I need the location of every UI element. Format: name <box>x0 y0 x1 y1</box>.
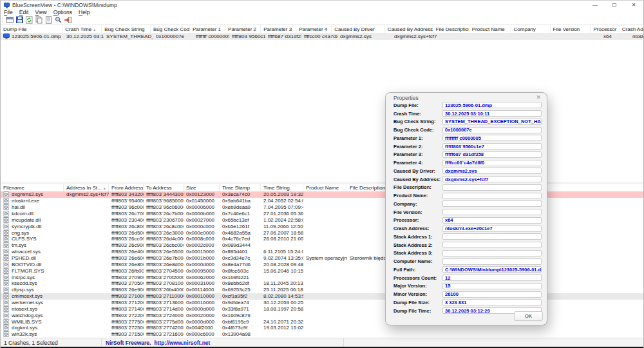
driver-row-fltmgr-sys[interactable]: FLTMGR.SYSfffff803`26fb0000fffff803`2704… <box>1 267 644 274</box>
column-label: To Address <box>146 185 172 191</box>
dump-header-parameter-2[interactable]: Parameter 2 <box>225 25 261 33</box>
exit-icon[interactable] <box>63 16 73 24</box>
driver-row-hal-dll[interactable]: hal.dllfffff803`96c00000fffff803`96c0600… <box>1 204 644 211</box>
field-processors-count-value[interactable]: 12 <box>442 275 542 281</box>
dump-header-parameter-4[interactable]: Parameter 4 <box>296 25 332 33</box>
driver-row-tm-sys[interactable]: tm.sysfffff803`26c90000fffff803`26cbc000… <box>1 242 644 249</box>
sys-file-icon <box>3 313 10 318</box>
field-bug-check-string-value[interactable]: SYSTEM_THREAD_EXCEPTION_NOT_HANDLED <box>442 119 542 125</box>
field-bug-check-code-value[interactable]: 0x1000007e <box>442 127 542 133</box>
dump-header-file-version[interactable]: File Version <box>551 25 591 33</box>
menu-file[interactable]: File <box>1 9 16 15</box>
field-company-value[interactable] <box>442 200 542 207</box>
driver-header-from-address[interactable]: From Address <box>109 184 144 191</box>
driver-row-kdcom-dll[interactable]: kdcom.dllfffff803`26c70000fffff803`26c7b… <box>1 211 644 217</box>
dump-header-crash-time[interactable]: Crash Time▴ <box>62 25 102 33</box>
field-processor-value[interactable]: x64 <box>442 217 542 224</box>
driver-row-pshed-dll[interactable]: PSHED.dllfffff803`26e60000fffff803`26e7b… <box>1 255 644 262</box>
field-dump-file-size-value[interactable]: 3 323 831 <box>442 299 542 305</box>
driver-row-ksecdd-sys[interactable]: ksecdd.sysfffff803`27050000fffff803`2708… <box>1 280 644 287</box>
field-product-name-value[interactable] <box>442 193 542 199</box>
driver-row-cmimcext-sys[interactable]: cmimcext.sysfffff803`27100000fffff803`27… <box>1 293 644 300</box>
driver-header-size[interactable]: Size <box>184 184 220 191</box>
driver-header-product-name[interactable]: Product Name <box>303 184 347 191</box>
dump-header-crash-address[interactable]: Crash Address <box>620 25 644 33</box>
column-label: Time Stamp <box>222 185 250 191</box>
driver-header-time-stamp[interactable]: Time Stamp <box>220 184 261 191</box>
dump-header-bug-check-code[interactable]: Bug Check Code <box>151 25 190 33</box>
dump-header-company[interactable]: Company <box>511 25 551 33</box>
driver-row-cng-sys[interactable]: cng.sysfffff803`26d50000fffff803`26e3000… <box>1 229 644 236</box>
field-computer-name-value[interactable] <box>442 258 542 265</box>
dump-header-dump-file[interactable]: Dump File <box>1 25 62 33</box>
driver-row-ntosext-sys[interactable]: ntosext.sysfffff803`27140000fffff803`271… <box>1 305 644 312</box>
dump-header-file-description[interactable]: File Description <box>433 25 469 33</box>
menu-help[interactable]: Help <box>75 9 93 15</box>
driver-row-clipsp-sys[interactable]: clipsp.sysfffff803`26e90000fffff803`26fa… <box>1 287 644 293</box>
dump-header-product-name[interactable]: Product Name <box>469 25 511 33</box>
dump-header-caused-by-driver[interactable]: Caused By Driver <box>332 25 385 33</box>
driver-row-clfs-sys[interactable]: CLFS.SYSfffff803`26cc0000fffff803`26d4c0… <box>1 236 644 242</box>
driver-row-bootvid-dll[interactable]: BOOTVID.dllfffff803`26e80000fffff803`26e… <box>1 261 644 267</box>
close-button[interactable]: ✕ <box>624 1 643 9</box>
nirsoft-link[interactable]: http://www.nirsoft.net <box>154 340 210 346</box>
field-full-path-value[interactable]: C:\WINDOWS\Minidump\123025-5906-01.dmp <box>442 266 542 273</box>
driver-row-winaccel-sys[interactable]: winaccel.sysfffff803`26e40000fffff803`26… <box>1 249 644 255</box>
save-icon[interactable] <box>15 16 24 24</box>
dump-header-caused-by-address[interactable]: Caused By Address <box>385 25 433 33</box>
field-minor-version-value[interactable]: 26100 <box>442 291 542 298</box>
cell: 2.04.2052 02:54:02 <box>261 198 303 204</box>
driver-header-time-string[interactable]: Time String <box>261 184 303 191</box>
menu-edit[interactable]: Edit <box>16 9 32 15</box>
properties-icon[interactable] <box>44 16 53 24</box>
field-dump-file-value[interactable]: 123025-5906-01.dmp <box>442 102 542 108</box>
dump-header-bug-check-string[interactable]: Bug Check String <box>102 25 151 33</box>
cell: 0x00016000 <box>184 300 220 305</box>
driver-row-ntoskrnl-exe[interactable]: ntoskrnl.exefffff803`95400000fffff803`96… <box>1 198 644 204</box>
field-crash-time-value[interactable]: 30.12.2025 03:10:11 <box>442 110 542 117</box>
driver-row-win32k-sys[interactable]: win32k.sysfffff803`27150000fffff803`2721… <box>1 331 644 338</box>
field-parameter-3-value[interactable]: fffff687`d31df258 <box>442 151 542 158</box>
driver-row-dxgmms2-sys[interactable]: dxgmms2.sysdxgmms2.sys+fcf7fffff803`3432… <box>1 191 644 198</box>
driver-row-msrpc-sys[interactable]: msrpc.sysfffff803`27090000fffff803`270f2… <box>1 274 644 280</box>
dialog-close-icon[interactable]: ✕ <box>536 94 541 101</box>
refresh-icon[interactable] <box>24 16 34 24</box>
driver-row-werkernel-sys[interactable]: werkernel.sysfffff803`27120000fffff803`2… <box>1 300 644 306</box>
field-parameter-1: Parameter 1:ffffffff`c0000005 <box>386 134 547 142</box>
field-parameter-2-value[interactable]: fffff803`9560c1e7 <box>442 143 542 150</box>
dump-row-123025-5906-01-dmp[interactable]: 123025-5906-01.dmp30.12.2025 03:10:11SYS… <box>1 33 644 40</box>
advanced-options-icon[interactable] <box>5 16 15 24</box>
field-caused-by-driver-value[interactable]: dxgmms2.sys <box>442 168 542 174</box>
field-parameter-4-value[interactable]: ffffcc00`c4a7d8f0 <box>442 160 542 166</box>
field-label: File Version: <box>393 209 442 215</box>
field-stack-address-3-value[interactable] <box>442 250 542 256</box>
field-stack-address-2-value[interactable] <box>442 242 542 248</box>
ok-button[interactable]: OK <box>514 311 543 321</box>
field-file-description-value[interactable] <box>442 184 542 191</box>
driver-header-address-in-st[interactable]: Address In St...▴ <box>64 184 109 191</box>
driver-row-watchdog-sys[interactable]: watchdog.sysfffff803`27220000fffff803`27… <box>1 312 644 318</box>
menu-view[interactable]: View <box>32 9 50 15</box>
dump-header-parameter-1[interactable]: Parameter 1 <box>190 25 225 33</box>
dump-header-parameter-3[interactable]: Parameter 3 <box>261 25 296 33</box>
copy-icon[interactable] <box>34 16 44 24</box>
field-value-text: fffff803`9560c1e7 <box>445 144 484 150</box>
find-icon[interactable] <box>53 16 63 24</box>
driver-row-symcryptk-dll[interactable]: symcryptk.dllfffff803`26c80000fffff803`2… <box>1 223 644 229</box>
driver-row-dxgkrnl-sys[interactable]: dxgkrnl.sysfffff803`27250000fffff803`277… <box>1 325 644 331</box>
field-stack-address-1-value[interactable] <box>442 233 542 240</box>
field-file-version-value[interactable] <box>442 209 542 215</box>
field-parameter-1-value[interactable]: ffffffff`c0000005 <box>442 135 542 141</box>
menu-options[interactable]: Options <box>50 9 75 15</box>
maximize-button[interactable]: ▢ <box>605 1 624 9</box>
driver-row-mcupdate-dll[interactable]: mcupdate.dllfffff803`23040000fffff803`23… <box>1 217 644 223</box>
dump-header-processor[interactable]: Processor <box>591 25 619 33</box>
field-major-version-value[interactable]: 15 <box>442 283 542 289</box>
driver-header-filename[interactable]: Filename <box>1 184 64 191</box>
field-crash-address-value[interactable]: ntoskrnl.exe+20c1e7 <box>442 226 542 232</box>
driver-row-wmilib-sys[interactable]: WMILIB.SYSfffff803`27750000fffff803`2775… <box>1 318 644 325</box>
minimize-button[interactable]: — <box>585 1 605 9</box>
driver-header-to-address[interactable]: To Address <box>144 184 184 191</box>
field-caused-by-address-value[interactable]: dxgmms2.sys+fcf7 <box>442 176 542 182</box>
field-label: Computer Name: <box>393 258 442 264</box>
